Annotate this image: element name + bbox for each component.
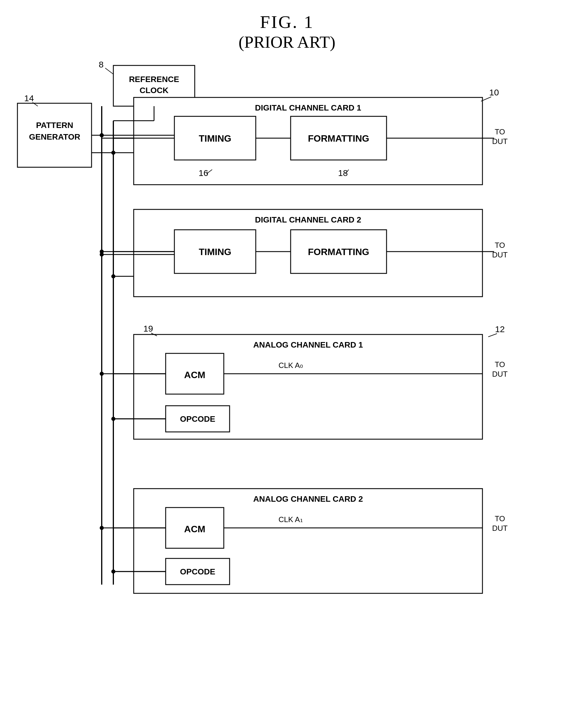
to-dut-label-2a: TO [495,241,505,250]
junction-acc1-upper [100,372,104,376]
timing-label-1: TIMING [199,133,231,144]
reference-clock-label-2: CLOCK [139,86,169,95]
page-title: FIG. 1 (PRIOR ART) [0,0,574,52]
pattern-generator-label-2: GENERATOR [29,132,80,141]
clk-a1-label: CLK A₁ [278,515,303,524]
figure-number: FIG. 1 [0,12,574,32]
acm-label-2: ACM [184,524,205,534]
to-dut-label-3b: DUT [492,370,508,378]
pattern-generator-label-1: PATTERN [36,121,73,130]
to-dut-label-4a: TO [495,514,505,523]
formatting-label-1: FORMATTING [308,133,369,144]
prior-art-label: (PRIOR ART) [0,32,574,52]
label-10: 10 [489,87,499,97]
to-dut-label-4b: DUT [492,524,508,533]
reference-clock-label-1: REFERENCE [129,75,179,84]
label-12-leader [488,334,497,337]
opcode-label-2: OPCODE [180,567,215,576]
label-19: 19 [143,324,153,333]
analog-channel-card-1-label: ANALOG CHANNEL CARD 1 [253,340,363,349]
label-16: 16 [199,168,208,178]
to-dut-label-1a: TO [495,127,505,136]
analog-channel-card-2-label: ANALOG CHANNEL CARD 2 [253,494,363,503]
junction-bus-dcc1 [100,133,104,137]
to-dut-label-2b: DUT [492,251,508,259]
digital-channel-card-2-label: DIGITAL CHANNEL CARD 2 [255,215,361,224]
label-8-leader [105,68,113,74]
label-12: 12 [495,324,504,334]
acm-label-1: ACM [184,370,205,380]
digital-channel-card-1-label: DIGITAL CHANNEL CARD 1 [255,103,361,112]
diagram-svg: REFERENCE CLOCK 8 PATTERN GENERATOR 14 D… [0,52,574,721]
label-14: 14 [24,93,34,103]
junction-bus-dcc2-upper [100,253,104,257]
clk-a0-label: CLK A₀ [278,361,303,370]
circuit-diagram: REFERENCE CLOCK 8 PATTERN GENERATOR 14 D… [0,52,574,721]
opcode-label-1: OPCODE [180,415,215,423]
formatting-label-2: FORMATTING [308,246,369,257]
junction-acc2-upper [100,526,104,530]
to-dut-label-1b: DUT [492,137,508,146]
to-dut-label-3a: TO [495,360,505,369]
label-8: 8 [99,60,104,69]
timing-label-2: TIMING [199,246,231,257]
